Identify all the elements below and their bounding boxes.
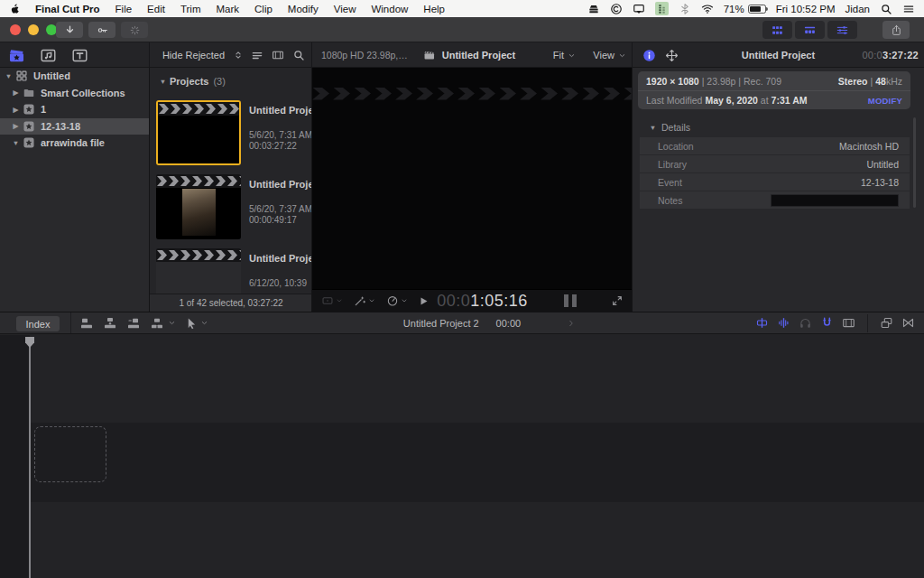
wifi-icon[interactable] [701,3,714,15]
snapping-toggle-icon[interactable] [820,316,834,330]
project-item-3[interactable]: Untitled Project 6/12/20, 10:39 [156,248,306,294]
project-thumbnail[interactable] [156,174,241,239]
menu-trim[interactable]: Trim [180,4,201,14]
audio-meters-icon[interactable] [564,294,577,307]
show-libraries-icon[interactable] [8,47,25,64]
bluetooth-icon[interactable] [679,3,691,15]
show-inspector-button[interactable] [827,21,857,39]
overlay-icon [321,294,334,307]
battery-icon[interactable] [748,5,766,14]
disclosure-open-icon[interactable]: ▼ [12,139,20,147]
zoom-fit-dropdown[interactable]: Fit [553,50,576,61]
details-section-header[interactable]: ▼ Details [649,122,924,133]
photos-audio-sidebar-icon[interactable] [40,47,57,64]
retime-dropdown[interactable] [386,294,408,307]
view-options-dropdown[interactable]: View [593,50,626,61]
menu-help[interactable]: Help [423,4,445,14]
fullscreen-expand-icon[interactable] [611,294,624,307]
skimming-toggle-icon[interactable] [755,316,769,330]
info-icon[interactable] [642,49,656,62]
overwrite-edit-icon[interactable] [150,316,164,331]
menu-window[interactable]: Window [371,4,408,14]
timeline-project-name[interactable]: Untitled Project 2 [403,318,479,329]
display-mirroring-icon[interactable] [633,3,645,15]
sidebar-item-untitled-library[interactable]: ▼ Untitled [0,68,149,85]
sidebar-item-label: 1 [41,104,46,115]
creative-cloud-icon[interactable] [610,3,623,15]
background-tasks-button[interactable] [121,22,148,38]
disclosure-closed-icon[interactable]: ▶ [12,106,20,114]
inspector-scrollbar[interactable] [913,117,916,208]
project-thumbnail[interactable] [156,248,241,294]
notes-input[interactable] [771,194,899,207]
projects-section-header[interactable]: ▼ Projects (3) [150,68,311,93]
timeline-history-forward[interactable] [567,312,576,333]
modify-button[interactable]: MODIFY [868,96,902,106]
timeline-timecode: 00:00 [496,318,522,329]
minimize-window-button[interactable] [28,24,39,35]
sidebar-item-arrawinda-file[interactable]: ▼ arrawinda file [0,135,149,152]
menu-clip[interactable]: Clip [254,4,273,14]
menu-mark[interactable]: Mark [216,4,239,14]
menu-view[interactable]: View [334,4,356,14]
chevron-down-icon[interactable] [168,319,176,327]
sidebar-item-smart-collections[interactable]: ▶ Smart Collections [0,85,149,102]
viewer-panel[interactable]: 00:01:05:16 [311,68,632,312]
append-edit-icon[interactable] [126,316,141,331]
solo-toggle-icon[interactable] [799,316,812,330]
menu-clock[interactable]: Fri 10:52 PM [776,4,836,14]
app-menu[interactable]: Final Cut Pro [35,4,100,14]
playhead-line[interactable] [29,338,31,578]
play-button[interactable] [417,295,429,307]
collapse-timeline-icon[interactable] [901,316,915,330]
sidebar-item-event-1[interactable]: ▶ 1 [0,101,149,118]
menu-edit[interactable]: Edit [147,4,165,14]
timeline-area[interactable] [0,335,924,578]
menu-user[interactable]: Jidan [845,4,871,14]
import-media-button[interactable] [56,22,83,38]
filter-dropdown[interactable]: Hide Rejected [162,50,225,61]
primary-storyline-lane[interactable] [30,423,924,502]
show-timeline-button[interactable] [795,21,825,39]
apple-menu-icon[interactable] [9,3,21,14]
filmstrip-chevrons [156,174,241,188]
disclosure-closed-icon[interactable]: ▶ [12,122,20,130]
enhancements-dropdown[interactable] [354,294,375,307]
disclosure-open-icon[interactable]: ▼ [5,72,13,80]
clip-placeholder-marquee[interactable] [34,426,106,482]
edit-buttons [79,312,176,333]
timeline-toggles [755,312,915,333]
connect-edit-icon[interactable] [79,316,94,331]
duplicate-window-icon[interactable] [880,316,893,330]
menu-file[interactable]: File [116,4,133,14]
filmstrip-view-icon[interactable] [272,49,284,61]
spotlight-search-icon[interactable] [880,3,892,15]
browser-search-icon[interactable] [292,49,305,61]
show-browser-button[interactable] [762,21,792,39]
clip-view-icon[interactable] [251,49,263,61]
disks-status-icon[interactable] [587,3,600,15]
viewer-overlay-dropdown[interactable] [321,294,343,307]
notification-center-icon[interactable] [902,3,915,15]
close-window-button[interactable] [10,24,21,35]
share-button[interactable] [882,21,910,39]
titles-generators-icon[interactable] [71,47,88,64]
disclosure-closed-icon[interactable]: ▶ [12,89,20,97]
tool-selector[interactable] [185,312,208,333]
menu-modify[interactable]: Modify [288,4,319,14]
clip-appearance-icon[interactable] [842,316,855,330]
index-button[interactable]: Index [16,316,60,331]
viewer-timecode: 00:01:05:16 [437,292,528,311]
activity-bars-icon[interactable] [655,2,669,15]
project-thumbnail-selected[interactable] [156,100,241,165]
project-item-2[interactable]: Untitled Project 5/6/20, 7:37 AM 00:00:4… [156,174,306,239]
transform-move-icon[interactable] [665,49,679,62]
disclosure-open-icon[interactable]: ▼ [649,124,657,132]
insert-edit-icon[interactable] [103,316,117,331]
sidebar-item-event-12-13-18[interactable]: ▶ 12-13-18 [0,118,149,135]
project-item-1[interactable]: Untitled Project 5/6/20, 7:31 AM 00:03:2… [156,100,306,165]
keyword-editor-button[interactable] [88,22,116,38]
audio-skimming-toggle-icon[interactable] [777,316,790,330]
disclosure-open-icon[interactable]: ▼ [159,78,167,86]
updown-chevron-icon[interactable] [234,50,243,61]
